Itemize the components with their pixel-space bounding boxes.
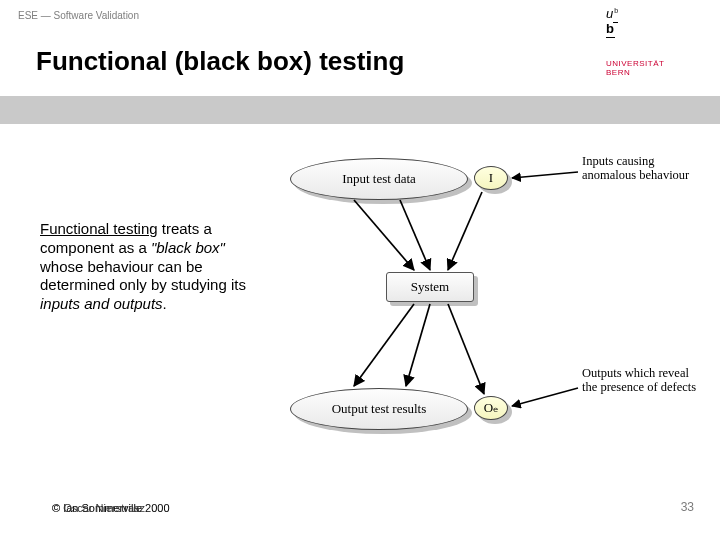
copyright-b: © Oscar Nierstrasz	[52, 502, 145, 514]
university-logo: ubb UNIVERSITÄT BERN	[606, 6, 696, 78]
svg-line-7	[448, 304, 484, 394]
system-label: System	[411, 279, 449, 295]
annotation-top: Inputs causing anomalous behaviour	[582, 154, 692, 183]
input-label: Input test data	[342, 171, 416, 187]
output-label: Output test results	[332, 401, 427, 417]
input-ellipse: Input test data	[290, 158, 468, 200]
logo-sup: b	[614, 7, 618, 14]
desc-mid: whose behaviour can be determined only b…	[40, 258, 246, 294]
svg-line-0	[512, 172, 578, 178]
output-ellipse: Output test results	[290, 388, 468, 430]
logo-uni2: BERN	[606, 69, 696, 78]
svg-line-4	[448, 192, 482, 270]
description-text: Functional testing treats a component as…	[40, 220, 250, 314]
desc-underline: Functional testing	[40, 220, 158, 237]
output-small-label: Oₑ	[484, 400, 498, 416]
desc-tail: .	[163, 295, 167, 312]
annotation-bottom: Outputs which reveal the presence of def…	[582, 366, 702, 395]
svg-line-6	[406, 304, 430, 386]
input-small-label: I	[489, 170, 493, 186]
breadcrumb: ESE — Software Validation	[18, 10, 139, 21]
desc-io: inputs and outputs	[40, 295, 163, 312]
system-box: System	[386, 272, 474, 302]
svg-line-2	[354, 200, 414, 270]
desc-quote: "black box"	[151, 239, 225, 256]
svg-line-5	[354, 304, 414, 386]
page-number: 33	[681, 500, 694, 514]
input-small: I	[474, 166, 508, 190]
logo-b: b	[606, 21, 614, 36]
blackbox-diagram: Input test data I System Output test res…	[282, 148, 702, 458]
output-small: Oₑ	[474, 396, 508, 420]
svg-line-1	[512, 388, 578, 406]
copyright: © Ian Sommerville 2000 © Oscar Nierstras…	[52, 502, 170, 514]
header-band	[0, 96, 720, 124]
page-title: Functional (black box) testing	[36, 46, 404, 77]
svg-line-3	[400, 200, 430, 270]
